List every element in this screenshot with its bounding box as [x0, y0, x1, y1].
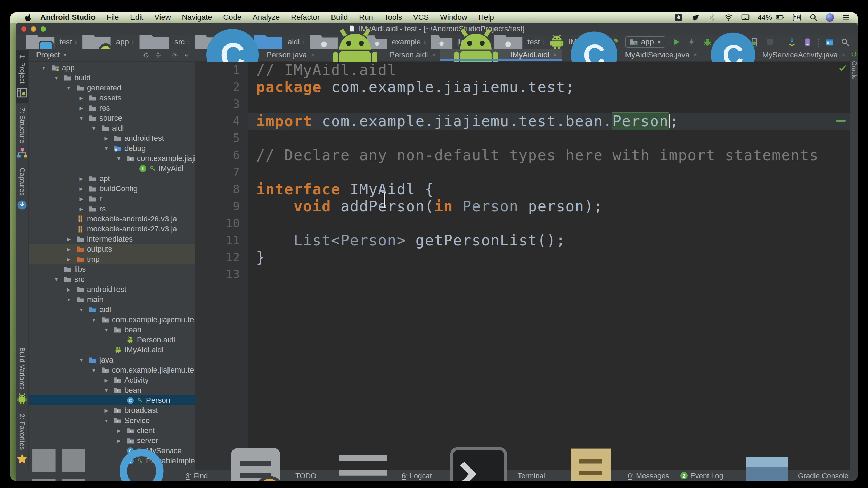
tree-item-com-example-jiajiemu-te[interactable]: ▼com.example.jiajiemu.te [29, 315, 195, 325]
expand-arrow-icon[interactable]: ▶ [63, 287, 75, 292]
chevron-down-icon[interactable]: ▾ [64, 52, 66, 58]
close-icon[interactable]: × [432, 51, 435, 59]
tree-item-service[interactable]: ▼Service [29, 415, 195, 425]
menu-item-run[interactable]: Run [353, 13, 378, 22]
apple-icon[interactable] [24, 13, 33, 22]
tree-item-libs[interactable]: libs [29, 264, 195, 274]
run-button[interactable] [671, 37, 681, 47]
collapse-arrow-icon[interactable]: ▼ [100, 327, 112, 333]
sdk-manager-button[interactable] [787, 37, 797, 47]
statusbar-item-3-find[interactable]: 3: Find [109, 439, 208, 481]
statusbar-item-gradle-console[interactable]: Gradle Console [739, 448, 849, 481]
collapse-arrow-icon[interactable]: ▼ [38, 65, 50, 71]
expand-arrow-icon[interactable]: ▶ [75, 95, 87, 101]
menu-item-build[interactable]: Build [325, 13, 353, 22]
menu-item-window[interactable]: Window [434, 13, 473, 22]
tree-item-com-example-jiajiemu-te[interactable]: ▼com.example.jiajiemu.te [29, 365, 195, 375]
collapse-arrow-icon[interactable]: ▼ [50, 277, 62, 282]
notifications-icon[interactable] [842, 13, 851, 22]
menu-item-vcs[interactable]: VCS [408, 13, 434, 22]
collapse-arrow-icon[interactable]: ▼ [100, 388, 112, 393]
sidebar-item-captures[interactable]: Captures [16, 163, 28, 215]
statusbar-item-event-log[interactable]: 2Event Log [680, 448, 723, 481]
tree-item-assets[interactable]: ▶assets [29, 93, 195, 103]
tree-item-person-aidl[interactable]: Person.aidl [29, 335, 195, 345]
collapse-arrow-icon[interactable]: ▼ [75, 357, 87, 363]
collapse-arrow-icon[interactable]: ▼ [75, 307, 87, 312]
menu-item-android-studio[interactable]: Android Studio [33, 13, 101, 22]
expand-arrow-icon[interactable]: ▶ [100, 136, 112, 141]
bird-icon[interactable] [691, 13, 700, 22]
tab-imyaidl-aidl[interactable]: IMyAidl.aidl× [440, 49, 562, 61]
collapse-arrow-icon[interactable]: ▼ [63, 297, 75, 302]
display-icon[interactable] [741, 13, 750, 22]
expand-arrow-icon[interactable]: ▶ [100, 377, 112, 383]
project-structure-button[interactable] [825, 37, 834, 47]
statusbar-item-toolwindow-toggle-button[interactable] [19, 436, 98, 481]
code-editor[interactable]: 1// IMyAidl.aidl2package com.example.jia… [195, 62, 850, 470]
gradle-icon[interactable] [851, 51, 857, 58]
tree-item-bean[interactable]: ▼bean [29, 325, 195, 335]
collapse-arrow-icon[interactable]: ▼ [50, 75, 62, 81]
statusbar-item-terminal[interactable]: Terminal [443, 440, 545, 481]
tree-item-debug[interactable]: ▼debug [29, 143, 195, 153]
tree-item-imyaidl-aidl[interactable]: IMyAidl.aidl [29, 345, 195, 355]
expand-arrow-icon[interactable]: ▶ [63, 246, 75, 252]
pinyin-icon[interactable] [792, 13, 801, 22]
hide-panel-button[interactable] [184, 51, 191, 59]
collapse-arrow-icon[interactable]: ▼ [75, 115, 87, 121]
scroll-to-source-button[interactable] [142, 51, 150, 59]
menu-item-help[interactable]: Help [473, 13, 500, 22]
spotlight-icon[interactable] [809, 13, 818, 22]
apply-changes-button[interactable] [687, 37, 697, 47]
menu-item-code[interactable]: Code [218, 13, 247, 22]
app-dark-icon[interactable] [674, 13, 683, 22]
tree-item-rs[interactable]: ▶rs [29, 204, 195, 214]
zoom-window-button[interactable] [41, 26, 46, 32]
tree-item-tmp[interactable]: ▶tmp [29, 254, 195, 264]
bluetooth-icon[interactable] [707, 13, 716, 22]
tree-item-activity[interactable]: ▶Activity [29, 375, 195, 385]
tree-item-buildconfig[interactable]: ▶buildConfig [29, 184, 195, 194]
tree-item-person[interactable]: CPerson [29, 395, 195, 405]
tree-item-outputs[interactable]: ▶outputs [29, 244, 195, 254]
menu-item-analyze[interactable]: Analyze [247, 13, 285, 22]
tree-item-aidl[interactable]: ▼aidl [29, 304, 195, 315]
tree-item-r[interactable]: ▶r [29, 194, 195, 204]
tree-item-main[interactable]: ▼main [29, 294, 195, 304]
menu-item-tools[interactable]: Tools [379, 13, 408, 22]
close-icon[interactable]: × [553, 51, 557, 59]
collapse-arrow-icon[interactable]: ▼ [88, 317, 100, 323]
wifi-icon[interactable] [724, 13, 733, 22]
expand-arrow-icon[interactable]: ▶ [75, 105, 87, 111]
tree-item-broadcast[interactable]: ▶broadcast [29, 405, 195, 415]
avd-manager-button[interactable] [803, 37, 812, 47]
expand-arrow-icon[interactable]: ▶ [75, 186, 87, 192]
stop-button[interactable] [765, 37, 775, 47]
tree-item-build[interactable]: ▼build [29, 73, 195, 83]
menu-item-edit[interactable]: Edit [124, 13, 149, 22]
expand-arrow-icon[interactable]: ▶ [113, 428, 125, 433]
tree-item-client[interactable]: ▶client [29, 425, 195, 436]
tab-myaidlservice-java[interactable]: CMyAidlService.java× [562, 49, 702, 61]
sidebar-item-build-variants[interactable]: Build Variants [16, 343, 28, 409]
tab-person-java[interactable]: CPerson.java× [197, 49, 319, 61]
tree-item-androidtest[interactable]: ▶androidTest [29, 284, 195, 294]
close-icon[interactable]: × [311, 51, 314, 59]
tree-item-generated[interactable]: ▼generated [29, 83, 195, 93]
run-configuration-select[interactable]: app▼ [625, 36, 665, 48]
menu-item-navigate[interactable]: Navigate [177, 13, 218, 22]
minimize-window-button[interactable] [31, 26, 36, 32]
menu-item-file[interactable]: File [101, 13, 124, 22]
search-everywhere-button[interactable] [840, 37, 850, 47]
settings-button[interactable] [172, 51, 179, 59]
menu-item-view[interactable]: View [149, 13, 176, 22]
tab-myserviceactivity-java[interactable]: CMyServiceActivity.java× [702, 49, 850, 61]
tree-item-source[interactable]: ▼source [29, 113, 195, 123]
tree-item-app[interactable]: ▼app [29, 63, 195, 73]
collapse-arrow-icon[interactable]: ▼ [100, 418, 112, 423]
tree-item-java[interactable]: ▼java [29, 355, 195, 365]
menu-item-refactor[interactable]: Refactor [285, 13, 325, 22]
tree-item-res[interactable]: ▶res [29, 103, 195, 113]
collapse-arrow-icon[interactable]: ▼ [113, 156, 125, 161]
